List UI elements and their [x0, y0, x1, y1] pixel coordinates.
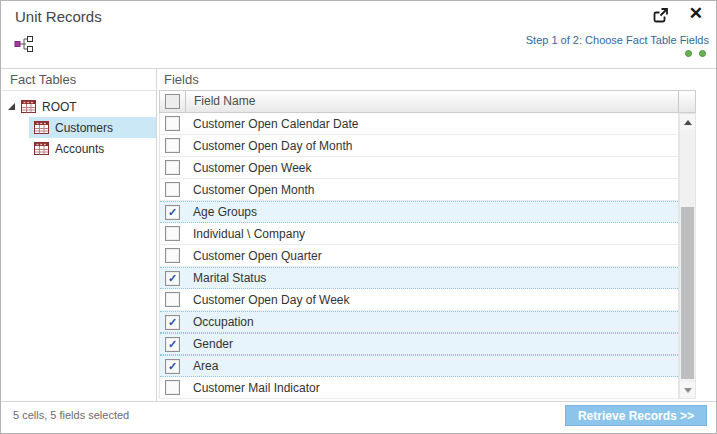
field-row[interactable]: Customer Open Calendar Date	[160, 113, 678, 135]
field-checkbox[interactable]	[160, 116, 185, 131]
tree-label-accounts: Accounts	[55, 142, 104, 156]
field-row[interactable]: Customer Open Day of Week	[160, 289, 678, 311]
field-label: Gender	[185, 337, 233, 351]
field-row[interactable]: ✓Area	[160, 355, 678, 377]
table-icon	[34, 142, 49, 155]
checkbox-unchecked-icon	[165, 182, 180, 197]
field-checkbox[interactable]	[160, 182, 185, 197]
field-name-column-header[interactable]: Field Name	[186, 91, 678, 112]
checkbox-unchecked-icon	[165, 292, 180, 307]
vertical-scrollbar[interactable]	[679, 113, 696, 399]
retrieve-records-button[interactable]: Retrieve Records >>	[565, 405, 707, 426]
open-in-new-window-icon[interactable]	[651, 7, 669, 24]
fact-tables-title: Fact Tables	[1, 69, 156, 91]
checkbox-unchecked-icon	[165, 226, 180, 241]
field-checkbox[interactable]	[160, 248, 185, 263]
select-all-checkbox[interactable]	[160, 91, 186, 112]
table-icon	[34, 121, 49, 134]
checkbox-unchecked-icon	[165, 248, 180, 263]
step-dot[interactable]	[699, 50, 706, 57]
checkbox-checked-icon: ✓	[165, 271, 180, 286]
field-row[interactable]: Individual \ Company	[160, 223, 678, 245]
header-blank-cell	[678, 91, 695, 112]
field-checkbox[interactable]	[160, 226, 185, 241]
close-icon[interactable]: ✕	[689, 4, 703, 24]
field-label: Customer Mail Indicator	[185, 381, 320, 395]
step-label: Step 1 of 2: Choose Fact Table Fields	[526, 34, 709, 46]
tree-item-root[interactable]: ROOT	[1, 96, 156, 117]
field-label: Age Groups	[185, 205, 257, 219]
schema-hierarchy-icon[interactable]	[14, 35, 36, 53]
tree-label-customers: Customers	[55, 121, 113, 135]
field-row[interactable]: ✓Marital Status	[160, 267, 678, 289]
fields-panel: Fields Field Name Customer Open Calendar…	[157, 69, 716, 401]
field-label: Customer Open Day of Week	[185, 293, 350, 307]
checkbox-checked-icon: ✓	[165, 205, 180, 220]
table-icon	[21, 100, 36, 113]
step-indicator	[685, 50, 706, 57]
field-checkbox[interactable]	[160, 292, 185, 307]
field-row[interactable]: ✓Age Groups	[160, 201, 678, 223]
field-row[interactable]: Customer Open Quarter	[160, 245, 678, 267]
checkbox-unchecked-icon	[165, 94, 180, 109]
field-checkbox[interactable]	[160, 138, 185, 153]
field-checkbox[interactable]	[160, 160, 185, 175]
checkbox-unchecked-icon	[165, 138, 180, 153]
expand-triangle-icon[interactable]	[8, 103, 15, 110]
checkbox-checked-icon: ✓	[165, 337, 180, 352]
checkbox-unchecked-icon	[165, 380, 180, 395]
field-checkbox[interactable]: ✓	[160, 359, 185, 374]
tree-label-root: ROOT	[42, 100, 77, 114]
field-checkbox[interactable]: ✓	[160, 337, 185, 352]
field-row[interactable]: Customer Open Day of Month	[160, 135, 678, 157]
field-row[interactable]: ✓Occupation	[160, 311, 678, 333]
page-title: Unit Records	[15, 8, 102, 25]
field-label: Customer Open Calendar Date	[185, 117, 358, 131]
field-label: Area	[185, 359, 218, 373]
tree-item-customers[interactable]: Customers	[29, 117, 156, 138]
fields-rows: Customer Open Calendar DateCustomer Open…	[159, 113, 679, 399]
field-checkbox[interactable]	[160, 380, 185, 395]
field-label: Customer Open Week	[185, 161, 312, 175]
field-label: Customer Open Day of Month	[185, 139, 352, 153]
field-row[interactable]: Customer Open Month	[160, 179, 678, 201]
field-checkbox[interactable]: ✓	[160, 271, 185, 286]
selection-status: 5 cells, 5 fields selected	[13, 409, 129, 421]
arrow-down-icon	[684, 388, 692, 393]
checkbox-checked-icon: ✓	[165, 315, 180, 330]
field-row[interactable]: Customer Open Week	[160, 157, 678, 179]
field-label: Customer Open Quarter	[185, 249, 322, 263]
field-label: Customer Open Month	[185, 183, 314, 197]
scroll-up-button[interactable]	[680, 114, 695, 130]
unit-records-dialog: Unit Records ✕ Step 1 of 2: Choose Fact …	[0, 0, 717, 434]
field-label: Marital Status	[185, 271, 266, 285]
checkbox-unchecked-icon	[165, 116, 180, 131]
fact-tables-panel: Fact Tables ROOT	[1, 69, 157, 401]
checkbox-unchecked-icon	[165, 160, 180, 175]
field-row[interactable]: ✓Gender	[160, 333, 678, 355]
field-row[interactable]: Customer Mail Indicator	[160, 377, 678, 399]
tree-item-accounts[interactable]: Accounts	[29, 138, 156, 159]
footer-divider	[1, 401, 716, 402]
field-label: Occupation	[185, 315, 254, 329]
field-label: Individual \ Company	[185, 227, 305, 241]
fact-tables-tree: ROOT Customers	[1, 91, 156, 159]
step-dot[interactable]	[685, 50, 692, 57]
fields-table: Field Name Customer Open Calendar DateCu…	[159, 90, 696, 399]
scrollbar-thumb[interactable]	[681, 207, 694, 379]
fields-title: Fields	[157, 69, 716, 90]
field-checkbox[interactable]: ✓	[160, 315, 185, 330]
checkbox-checked-icon: ✓	[165, 359, 180, 374]
field-checkbox[interactable]: ✓	[160, 205, 185, 220]
fields-table-header: Field Name	[159, 90, 696, 113]
scroll-down-button[interactable]	[680, 382, 695, 398]
arrow-up-icon	[684, 120, 692, 125]
